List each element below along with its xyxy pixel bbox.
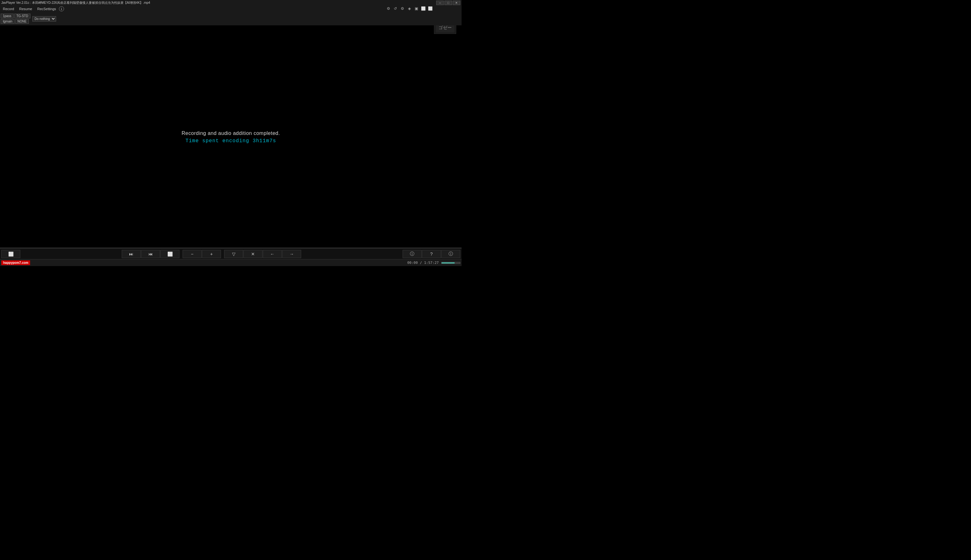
skip-forward-button[interactable]: ⏭ xyxy=(122,250,141,258)
volume-area[interactable] xyxy=(441,262,460,264)
title-bar: JavPlayer Ver.2.01c : 本田岬MEYD-226风俗店看列隔壁… xyxy=(0,0,461,6)
info-button-1[interactable]: ⓘ xyxy=(403,250,422,258)
skip-backward-icon: ⏮ xyxy=(148,252,153,257)
diamond-icon[interactable]: ◈ xyxy=(406,6,412,12)
minimize-button[interactable]: ─ xyxy=(436,1,444,5)
minus-button[interactable]: − xyxy=(182,250,202,258)
happyporn-badge: happypom7.com xyxy=(1,260,30,265)
toolbar-tgstd-button[interactable]: TG-STD xyxy=(14,13,30,18)
grid-icon-3[interactable]: ⬜ xyxy=(427,6,433,12)
controls-right: ⓘ ? ⓘ xyxy=(403,250,460,258)
toolbar-1pass-button[interactable]: 1pass xyxy=(1,13,13,18)
settings-icon-2[interactable]: ⚙ xyxy=(399,6,405,12)
nav-close-button[interactable]: ✕ xyxy=(244,250,262,258)
menu-record[interactable]: Record xyxy=(1,6,16,12)
info-button-2[interactable]: ⓘ xyxy=(441,250,460,258)
grid-icon-2[interactable]: ⬜ xyxy=(420,6,426,12)
menu-resume[interactable]: Resume xyxy=(17,6,34,12)
completion-message: Recording and audio addition completed. xyxy=(182,130,280,136)
settings-icon-1[interactable]: ⚙ xyxy=(386,6,391,12)
do-nothing-select[interactable]: Do nothing xyxy=(32,16,56,22)
top-right-icons: ⚙ ↺ ⚙ ◈ ▣ ⬜ ⬜ xyxy=(386,6,433,12)
selection-button[interactable]: ⬜ xyxy=(160,250,179,258)
controls-center: ⏭ ⏮ ⬜ − + ▽ ✕ ← → xyxy=(21,250,402,258)
help-button[interactable]: ? xyxy=(422,250,441,258)
refresh-icon[interactable]: ↺ xyxy=(393,6,398,12)
minus-icon: − xyxy=(191,252,193,257)
toolbar-tgmain-button[interactable]: tgmain xyxy=(1,19,15,24)
plus-button[interactable]: + xyxy=(202,250,221,258)
message-area: Recording and audio addition completed. … xyxy=(182,130,280,144)
arrow-left-button[interactable]: ← xyxy=(263,250,282,258)
status-bar: happypom7.com 00:00 / 1:57:27 xyxy=(0,259,461,266)
maximize-button[interactable]: □ xyxy=(445,1,452,5)
toolbar-none-button[interactable]: NONE xyxy=(15,19,29,24)
bottom-bar: ⬜ ⏭ ⏮ ⬜ − + ▽ ✕ ← → xyxy=(0,248,461,259)
main-content: Recording and audio addition completed. … xyxy=(0,25,461,248)
info-icon[interactable]: ℹ xyxy=(59,6,64,12)
nav-down-icon: ▽ xyxy=(232,252,236,257)
info-icon-1: ⓘ xyxy=(410,251,414,257)
plus-icon: + xyxy=(210,252,213,257)
dmm-kanji-2: ゴゼー xyxy=(438,26,452,30)
menu-rec-settings[interactable]: RecSettings xyxy=(35,6,58,12)
nav-close-icon: ✕ xyxy=(251,252,255,257)
sub-toolbar: 1pass TG-STD tgmain NONE Do nothing xyxy=(0,12,461,25)
window-title: JavPlayer Ver.2.01c : 本田岬MEYD-226风俗店看列隔壁… xyxy=(1,1,150,5)
selection-icon: ⬜ xyxy=(167,252,173,257)
volume-fill xyxy=(441,262,455,263)
controls-left: ⬜ xyxy=(1,250,20,258)
arrow-right-button[interactable]: → xyxy=(282,250,301,258)
arrow-left-icon: ← xyxy=(270,252,274,257)
arrow-right-icon: → xyxy=(289,252,294,257)
skip-backward-button[interactable]: ⏮ xyxy=(141,250,160,258)
time-display: 00:00 / 1:57:27 xyxy=(407,261,439,265)
grid-icon-1[interactable]: ▣ xyxy=(413,6,419,12)
nav-down-button[interactable]: ▽ xyxy=(224,250,243,258)
close-button[interactable]: ✕ xyxy=(453,1,460,5)
help-icon: ? xyxy=(430,252,433,257)
volume-bar[interactable] xyxy=(441,262,460,264)
screenshot-icon: ⬜ xyxy=(8,252,13,257)
encoding-time: Time spent encoding 3h11m7s xyxy=(182,138,280,144)
window-controls: ─ □ ✕ xyxy=(436,1,460,5)
info-icon-2: ⓘ xyxy=(449,251,453,257)
skip-forward-icon: ⏭ xyxy=(129,252,134,257)
screenshot-button[interactable]: ⬜ xyxy=(1,250,20,258)
